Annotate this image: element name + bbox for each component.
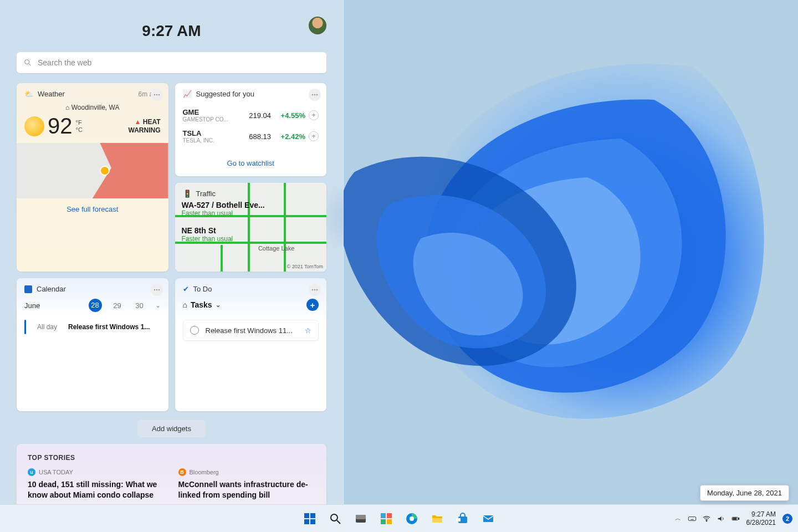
traffic-route: NE 8th St [182,226,270,235]
task-checkbox[interactable] [190,326,199,335]
stocks-more-button[interactable]: ⋯ [309,89,321,101]
svg-point-7 [331,514,337,521]
traffic-copyright: © 2021 TomTom [287,264,324,269]
top-stories-widget[interactable]: TOP STORIES u USA TODAY 10 dead, 151 sti… [17,444,326,504]
user-avatar[interactable] [309,17,326,34]
calendar-title: Calendar [37,285,66,293]
todo-widget[interactable]: ✔ To Do ⋯ ⌂ Tasks ⌄ + Release first Wind… [175,278,327,411]
source-icon: u [28,468,35,476]
tray-overflow-button[interactable]: ︿ [675,514,681,523]
news-source: Bloomberg [190,469,219,475]
volume-icon[interactable] [717,514,725,523]
add-stock-button[interactable]: + [309,110,319,120]
home-icon: ⌂ [65,104,69,111]
widgets-panel: 9:27 AM ⛅ Weather 6m ago ⋯ ⌂ Woodinville… [0,0,344,504]
traffic-widget[interactable]: 🚦 Traffic ⋯ Cottage Lake WA-527 / Bothel… [175,183,327,272]
traffic-title: Traffic [196,190,216,198]
weather-warning: ▲ HEAT WARNING [129,118,161,134]
weather-title: Weather [38,90,65,98]
chevron-down-icon[interactable]: ⌄ [216,301,221,309]
source-icon: B [178,468,186,476]
taskbar-search-button[interactable] [324,508,346,530]
svg-rect-20 [483,515,493,522]
svg-rect-19 [456,518,461,521]
watchlist-link[interactable]: Go to watchlist [175,152,327,176]
svg-rect-21 [688,516,695,520]
traffic-status: Faster than usual [182,209,270,217]
star-icon[interactable]: ☆ [305,326,311,335]
todo-more-button[interactable]: ⋯ [309,284,321,296]
search-bar[interactable] [17,52,326,73]
task-view-button[interactable] [350,508,372,530]
stocks-title: Suggested for you [196,90,255,98]
svg-rect-6 [310,519,315,524]
widgets-button[interactable] [375,508,397,530]
traffic-icon: 🚦 [183,190,192,198]
news-source: USA TODAY [39,469,73,475]
search-icon [23,58,32,67]
add-stock-button[interactable]: + [309,131,319,141]
svg-rect-30 [733,518,736,519]
svg-rect-4 [310,513,315,518]
calendar-icon [24,285,32,293]
search-input[interactable] [38,58,320,67]
start-button[interactable] [299,508,321,530]
sun-icon [24,116,44,136]
top-stories-title: TOP STORIES [28,454,315,462]
svg-point-27 [706,520,707,521]
svg-point-16 [410,516,414,521]
panel-clock: 9:27 AM [17,22,326,40]
traffic-place: Cottage Lake [258,245,294,252]
battery-icon[interactable] [731,514,740,523]
calendar-expand[interactable]: ⌄ [155,301,161,309]
calendar-event[interactable]: All day Release first Windows 1... [24,320,161,334]
file-explorer-button[interactable] [426,508,448,530]
todo-icon: ✔ [183,285,189,293]
calendar-day[interactable]: 29 [111,301,124,310]
calendar-more-button[interactable]: ⋯ [151,284,163,296]
weather-units: °F °C [76,119,83,132]
todo-title: To Do [193,285,212,293]
mail-button[interactable] [477,508,499,530]
calendar-widget[interactable]: Calendar ⋯ June 28 29 30 ⌄ All day Relea… [17,278,168,411]
taskbar: ︿ 9:27 AM 6/28/2021 2 [0,504,798,532]
stock-row[interactable]: TSLA TESLA, INC. 688.13 +2.42% + [183,126,319,147]
store-button[interactable] [452,508,474,530]
weather-temp: 92 [48,114,73,139]
weather-forecast-link[interactable]: See full forecast [17,198,168,220]
todo-item[interactable]: Release first Windows 11... ☆ [183,320,319,341]
svg-rect-3 [304,513,309,518]
event-indicator [24,320,26,334]
traffic-status: Faster than usual [182,235,270,243]
stock-row[interactable]: GME GAMESTOP CO... 219.04 +4.55% + [183,105,319,126]
calendar-day[interactable]: 30 [133,301,146,310]
edge-button[interactable] [401,508,423,530]
news-headline: McConnell wants infrastructure de-linked… [178,479,316,500]
news-item[interactable]: B Bloomberg McConnell wants infrastructu… [178,468,316,500]
home-icon: ⌂ [183,300,187,309]
svg-line-2 [29,64,30,65]
weather-map [17,143,168,198]
weather-widget[interactable]: ⛅ Weather 6m ago ⋯ ⌂ Woodinville, WA 92 … [17,83,168,272]
stocks-widget[interactable]: 📈 Suggested for you ⋯ GME GAMESTOP CO...… [175,83,327,176]
warning-icon: ▲ [134,118,141,126]
svg-rect-10 [356,515,366,519]
system-tray[interactable] [688,514,740,523]
svg-rect-29 [738,518,739,519]
keyboard-icon[interactable] [688,514,697,523]
calendar-month: June [24,301,80,310]
stocks-icon: 📈 [183,90,192,98]
wifi-icon[interactable] [702,514,711,523]
taskbar-clock[interactable]: 9:27 AM 6/28/2021 [746,510,776,526]
svg-rect-13 [381,519,386,524]
notifications-button[interactable]: 2 [782,514,792,524]
news-item[interactable]: u USA TODAY 10 dead, 151 still missing: … [28,468,165,500]
svg-rect-14 [387,519,392,524]
add-task-button[interactable]: + [306,299,319,311]
add-widgets-button[interactable]: Add widgets [137,420,206,437]
svg-rect-5 [304,519,309,524]
weather-icon: ⛅ [24,90,33,98]
calendar-day-selected[interactable]: 28 [89,299,102,312]
todo-list-name[interactable]: Tasks [191,300,212,309]
weather-more-button[interactable]: ⋯ [151,89,163,101]
